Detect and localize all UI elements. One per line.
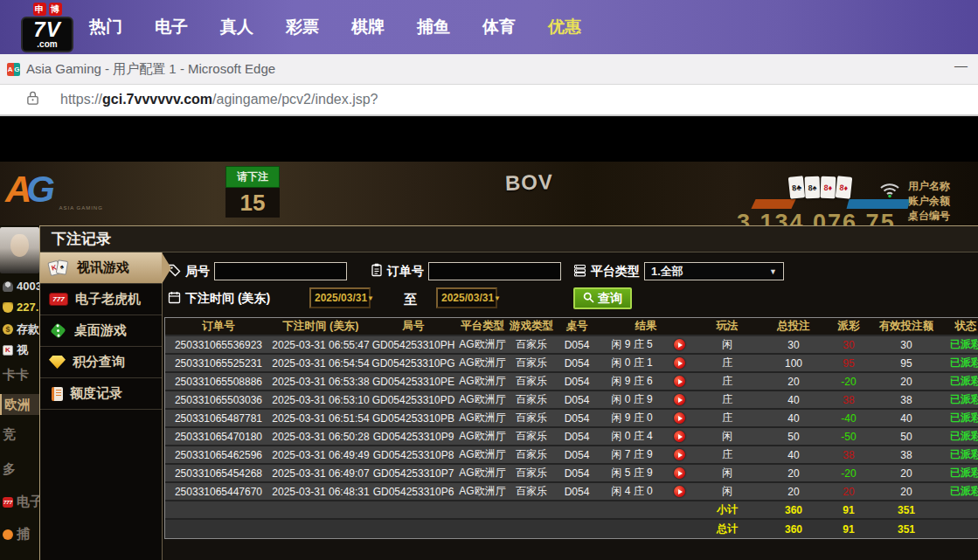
platform-selected-value: 1.全部 [651,264,683,280]
site-logo[interactable]: 申 博 7V .com [21,3,73,52]
cell: 闲 0 庄 1 [599,355,665,371]
nav-item[interactable]: 体育 [482,16,516,38]
cell: 2025-03-31 06:48:31 [272,483,370,500]
ag-logo: AG ASIA GAMING [5,169,103,211]
cell: 百家乐 [508,483,555,500]
address-bar[interactable]: https://gci.7vvvvvv.com/agingame/pcv2/in… [0,85,978,116]
sidebar-item-积分查询[interactable]: 积分查询 [40,347,162,378]
cell: D054 [555,428,599,445]
bet-table: 订单号下注时间 (美东)局号平台类型游戏类型桌号结果玩法总投注派彩有效投注额状态… [164,317,978,539]
minimize-button[interactable]: — [954,58,968,73]
sidebar-item-桌面游戏[interactable]: 桌面游戏 [40,315,162,347]
date-from-select[interactable]: 2025/03/31 ▼ [309,287,371,308]
cell: AG欧洲厅 [457,373,508,390]
favicon-letter-g: G [14,63,21,76]
replay-icon[interactable] [674,394,685,405]
replay-icon[interactable] [674,376,685,387]
replay-icon[interactable] [674,357,685,369]
ag-logo-g: G [26,169,55,210]
cell [941,501,978,518]
cell: 250331065462596 [165,446,272,463]
replay-cell [665,336,693,353]
chevron-down-icon: ▼ [494,294,501,302]
bet-time-filter-label: 下注时间 (美东) [168,291,270,307]
column-header: 总投注 [761,318,826,335]
nav-item[interactable]: 电子 [155,16,188,38]
date-to-select[interactable]: 2025/03/31 ▼ [436,287,497,308]
cell: 2025-03-31 06:53:38 [272,373,370,390]
cell: 20 [871,483,941,500]
replay-icon[interactable] [674,467,685,479]
replay-icon[interactable] [674,412,685,424]
logo-text: 7V [24,19,70,40]
nav-item[interactable]: 真人 [220,16,253,38]
ag-logo-caption: ASIA GAMING [59,205,102,211]
column-header: 桌号 [555,318,599,335]
replay-icon[interactable] [674,431,685,442]
cell: 闲 7 庄 9 [599,446,665,463]
cell: 2025-03-31 06:49:07 [272,465,370,481]
playing-card: 8♦ [821,176,836,199]
replay-icon[interactable] [674,486,685,497]
sidebar-item-电子老虎机[interactable]: 777电子老虎机 [40,284,162,315]
cell: 庄 [693,355,761,371]
calendar-icon [168,291,181,307]
cell: 已派彩 [941,391,978,408]
dice-icon [50,322,66,338]
cell: 250331065487781 [165,410,272,426]
cell: D054 [555,410,599,426]
table-row: 2503310655369232025-03-31 06:55:47GD0542… [165,336,978,355]
cell: GD054253310PG [370,355,457,371]
cell: GD054253310PE [370,373,457,390]
gem-icon [49,356,66,369]
avatar[interactable] [0,227,39,273]
table-row: 2503310654701802025-03-31 06:50:28GD0542… [165,428,978,446]
replay-cell [665,483,693,500]
modal-sidebar: K♠视讯游戏777电子老虎机桌面游戏积分查询额度记录 [40,252,163,560]
sidebar-item-label: 积分查询 [73,354,125,370]
sidebar-item-视讯游戏[interactable]: K♠视讯游戏 [40,252,162,284]
order-input[interactable] [428,262,561,280]
cell: 已派彩 [941,446,978,463]
cell: D054 [555,355,599,371]
cell: 95 [871,355,941,371]
nav-item[interactable]: 捕鱼 [417,16,450,38]
cell: 已派彩 [941,373,978,390]
url-domain: gci.7vvvvvv.com [102,92,212,107]
column-header: 玩法 [693,318,761,335]
replay-icon[interactable] [674,339,685,350]
replay-icon[interactable] [674,449,685,460]
bg-left-rail-item: 捕 [3,526,39,543]
cell: AG欧洲厅 [457,336,508,353]
table-info-label: 账户余额 [908,194,978,209]
cell: AG欧洲厅 [457,428,508,445]
subtotal-row: 小计36091351 [165,501,978,520]
nav-item[interactable]: 优惠 [548,16,581,38]
nav-item[interactable]: 彩票 [286,16,319,38]
logo-badges: 申 博 [21,3,73,16]
replay-cell [665,428,693,445]
cell: 360 [761,520,826,538]
bg-left-rail-label: 4003 [17,280,39,293]
bov-sign: BOV [505,169,554,196]
bg-left-rail-item: K视 [3,342,39,358]
cell: GD054253310PH [370,336,457,353]
sidebar-item-额度记录[interactable]: 额度记录 [40,378,162,410]
search-button[interactable]: 查询 [573,287,632,309]
magnifier-icon [583,292,594,306]
table-balance: 3,134,076.75 [737,210,896,225]
modal-content: 局号 订单号 [163,252,978,560]
url-path: /agingame/pcv2/index.jsp? [212,92,378,107]
replay-cell [665,391,693,408]
cell: 38 [871,446,941,463]
list-icon [573,264,586,280]
round-input[interactable] [214,262,347,280]
cell: 百家乐 [508,373,555,390]
favicon-letter-a: A [7,63,14,76]
nav-item[interactable]: 棋牌 [351,16,385,38]
playing-card: 8♦ [836,176,853,199]
table-row: 2503310654625962025-03-31 06:49:49GD0542… [165,446,978,465]
platform-select[interactable]: 1.全部 ▼ [644,262,784,280]
nav-item[interactable]: 热门 [89,16,122,38]
cell: 30 [761,336,826,353]
